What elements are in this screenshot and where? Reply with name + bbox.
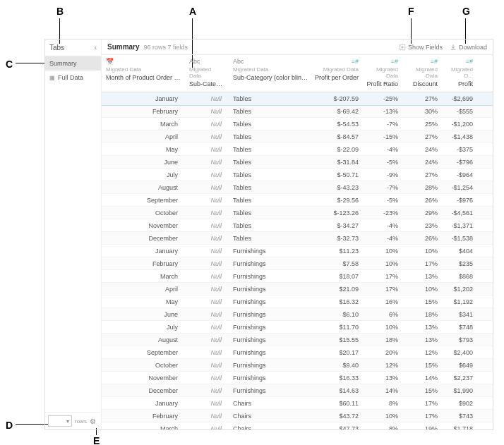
cell: 8% bbox=[363, 400, 402, 407]
cell: $6.10 bbox=[315, 311, 363, 318]
cell: $-22.09 bbox=[315, 146, 363, 153]
show-fields-button[interactable]: Show Fields bbox=[399, 44, 443, 51]
cell: 8% bbox=[363, 425, 402, 430]
table-row[interactable]: NovemberNullFurnishings$16.3313%14%$2,23… bbox=[102, 372, 493, 384]
table-row[interactable]: OctoberNullFurnishings$9.4012%15%$649 bbox=[102, 359, 493, 372]
cell: 12% bbox=[402, 349, 442, 356]
cell: 10% bbox=[363, 324, 402, 331]
column-header[interactable]: =#Migrated DataProfit Ratio bbox=[363, 58, 402, 87]
table-row[interactable]: FebruaryNullChairs$43.7210%17%$743 bbox=[102, 410, 493, 422]
table-row[interactable]: JulyNullFurnishings$11.7010%13%$748 bbox=[102, 321, 493, 334]
table-row[interactable]: DecemberNullFurnishings$14.6314%15%$1,99… bbox=[102, 384, 493, 397]
cell: September bbox=[102, 349, 185, 356]
cell: 25% bbox=[402, 121, 442, 128]
table-row[interactable]: FebruaryNullFurnishings$7.5810%17%$235 bbox=[102, 257, 493, 270]
column-name: Month of Product Order Date bbox=[106, 74, 181, 81]
cell: April bbox=[102, 133, 185, 140]
table-row[interactable]: MarchNullFurnishings$18.0717%13%$868 bbox=[102, 270, 493, 283]
callout-b: B bbox=[56, 6, 64, 17]
table-row[interactable]: SeptemberNullTables$-29.56-5%26%-$976 bbox=[102, 194, 493, 207]
column-header[interactable]: =#Migrated DataProfit per Order bbox=[315, 58, 363, 87]
cell: -7% bbox=[363, 184, 402, 191]
cell: $-54.53 bbox=[315, 121, 363, 128]
column-header[interactable]: =#Migrated DataDiscount bbox=[402, 58, 442, 87]
table-row[interactable]: JanuaryNullTables$-207.59-25%27%-$2,699 bbox=[102, 92, 493, 105]
cell: Tables bbox=[229, 197, 315, 204]
sidebar-item-full-data[interactable]: ▦Full Data bbox=[45, 71, 101, 85]
cell: Null bbox=[185, 413, 229, 420]
cell: Null bbox=[185, 311, 229, 318]
rows-select[interactable]: ▾ bbox=[48, 415, 72, 427]
cell: -5% bbox=[363, 197, 402, 204]
table-row[interactable]: JuneNullTables$-31.84-5%24%-$796 bbox=[102, 156, 493, 169]
gear-icon[interactable]: ⚙ bbox=[90, 417, 96, 425]
download-button[interactable]: Download bbox=[450, 44, 487, 51]
table-row[interactable]: AprilNullTables$-84.57-15%27%-$1,438 bbox=[102, 130, 493, 143]
table-row[interactable]: NovemberNullTables$-34.27-4%23%-$1,371 bbox=[102, 219, 493, 232]
cell: Null bbox=[185, 374, 229, 382]
cell: $-29.56 bbox=[315, 197, 363, 204]
column-source: Migrated Data bbox=[106, 66, 181, 73]
column-header[interactable]: AbcMigrated DataSub-Category bbox=[185, 58, 229, 87]
cell: 13% bbox=[402, 336, 442, 343]
cell: December bbox=[102, 387, 185, 394]
column-header[interactable]: =#Migrated D...Profit bbox=[442, 58, 477, 87]
sidebar-footer: ▾ rows ⚙ bbox=[45, 412, 101, 429]
cell: Null bbox=[185, 222, 229, 229]
add-field-icon bbox=[399, 44, 406, 51]
table-row[interactable]: MayNullTables$-22.09-4%24%-$375 bbox=[102, 143, 493, 156]
cell: March bbox=[102, 273, 185, 280]
cell: Tables bbox=[229, 121, 315, 128]
table-row[interactable]: AugustNullFurnishings$15.5518%13%$793 bbox=[102, 334, 493, 346]
cell: Null bbox=[185, 387, 229, 394]
column-header[interactable]: AbcMigrated DataSub-Category (color blin… bbox=[229, 58, 315, 87]
table-row[interactable]: AprilNullFurnishings$21.0917%10%$1,202 bbox=[102, 283, 493, 295]
cell: 27% bbox=[402, 95, 442, 102]
cell: March bbox=[102, 425, 185, 430]
column-name: Sub-Category (color blind palette) bbox=[233, 74, 311, 81]
cell: Tables bbox=[229, 235, 315, 242]
cell: $404 bbox=[442, 248, 477, 255]
cell: November bbox=[102, 374, 185, 382]
table-row[interactable]: JulyNullTables$-50.71-9%27%-$964 bbox=[102, 169, 493, 181]
cell: 19% bbox=[402, 425, 442, 430]
cell: 17% bbox=[402, 260, 442, 267]
cell: -$1,254 bbox=[442, 184, 477, 191]
table-row[interactable]: MarchNullChairs$47.738%19%$1,718 bbox=[102, 422, 493, 429]
cell: July bbox=[102, 324, 185, 331]
cell: $649 bbox=[442, 362, 477, 369]
table-row[interactable]: DecemberNullTables$-32.73-4%26%-$1,538 bbox=[102, 232, 493, 245]
cell: Chairs bbox=[229, 400, 315, 407]
main-area: Summary 96 rows 7 fields Show Fields Dow… bbox=[102, 39, 493, 429]
table-row[interactable]: JanuaryNullChairs$60.118%17%$902 bbox=[102, 397, 493, 410]
download-icon bbox=[450, 44, 457, 51]
cell: Null bbox=[185, 197, 229, 204]
cell: 17% bbox=[402, 400, 442, 407]
table-row[interactable]: FebruaryNullTables$-69.42-13%30%-$555 bbox=[102, 105, 493, 118]
cell: 10% bbox=[402, 286, 442, 293]
cell: 16% bbox=[363, 298, 402, 305]
column-source: Migrated Data bbox=[407, 66, 438, 79]
cell: Furnishings bbox=[229, 349, 315, 356]
table-body[interactable]: JanuaryNullTables$-207.59-25%27%-$2,699F… bbox=[102, 92, 493, 429]
cell: 30% bbox=[402, 108, 442, 115]
table-row[interactable]: AugustNullTables$-43.23-7%28%-$1,254 bbox=[102, 181, 493, 194]
cell: $-43.23 bbox=[315, 184, 363, 191]
table-row[interactable]: OctoberNullTables$-123.26-23%29%-$4,561 bbox=[102, 207, 493, 219]
cell: 28% bbox=[402, 184, 442, 191]
column-source: Migrated Data bbox=[233, 66, 311, 73]
table-row[interactable]: MayNullFurnishings$16.3216%15%$1,192 bbox=[102, 295, 493, 308]
column-header[interactable]: 📅Migrated DataMonth of Product Order Dat… bbox=[102, 58, 185, 87]
table-row[interactable]: JanuaryNullFurnishings$11.2310%10%$404 bbox=[102, 245, 493, 257]
cell: $15.55 bbox=[315, 336, 363, 343]
collapse-icon[interactable]: ‹ bbox=[95, 44, 97, 51]
table-row[interactable]: JuneNullFurnishings$6.106%18%$341 bbox=[102, 308, 493, 321]
chevron-down-icon: ▾ bbox=[66, 418, 69, 425]
cell: Tables bbox=[229, 133, 315, 140]
cell: 17% bbox=[363, 286, 402, 293]
table-row[interactable]: MarchNullTables$-54.53-7%25%-$1,200 bbox=[102, 118, 493, 130]
table-row[interactable]: SeptemberNullFurnishings$20.1720%12%$2,4… bbox=[102, 346, 493, 359]
cell: $341 bbox=[442, 311, 477, 318]
cell: June bbox=[102, 159, 185, 166]
sidebar-item-summary[interactable]: Summary bbox=[45, 56, 101, 71]
